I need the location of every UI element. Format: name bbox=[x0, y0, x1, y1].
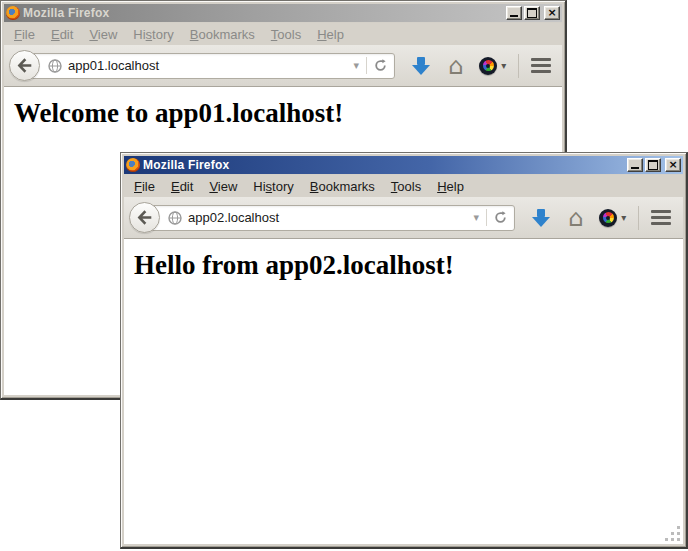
menu-label-part: elp bbox=[447, 179, 464, 194]
firefox-icon bbox=[126, 158, 140, 172]
menu-edit[interactable]: Edit bbox=[163, 176, 201, 197]
reload-button[interactable] bbox=[486, 209, 514, 226]
menu-history[interactable]: History bbox=[245, 176, 301, 197]
back-arrow-icon bbox=[136, 209, 153, 226]
maximize-icon bbox=[648, 160, 658, 170]
menu-label-part: ile bbox=[22, 27, 35, 42]
menu-label-part: dit bbox=[180, 179, 194, 194]
menu-label-part: iew bbox=[98, 27, 118, 42]
menu-label-part: ookmarks bbox=[198, 27, 254, 42]
hamburger-menu-button[interactable] bbox=[529, 54, 553, 77]
firefox-icon bbox=[6, 6, 20, 20]
close-button[interactable]: × bbox=[665, 158, 681, 172]
menu-label-part: ile bbox=[142, 179, 155, 194]
download-button[interactable] bbox=[410, 57, 432, 75]
menu-label-part: ookmarks bbox=[318, 179, 374, 194]
resize-grip[interactable] bbox=[666, 527, 681, 542]
download-arrow-icon bbox=[417, 57, 425, 65]
maximize-button[interactable] bbox=[524, 6, 540, 20]
hamburger-menu-button[interactable] bbox=[649, 206, 673, 229]
hamburger-icon bbox=[531, 58, 551, 61]
menu-file[interactable]: File bbox=[126, 176, 163, 197]
menu-label-part: ools bbox=[277, 27, 301, 42]
browser-window-app02: Mozilla Firefox × File Edit View History… bbox=[120, 152, 688, 549]
download-button[interactable] bbox=[530, 209, 552, 227]
extension-button[interactable]: ▾ bbox=[479, 57, 506, 75]
url-input[interactable] bbox=[188, 210, 466, 225]
window-controls: × bbox=[506, 6, 560, 20]
page-heading: Hello from app02.localhost! bbox=[134, 250, 683, 281]
menu-edit[interactable]: Edit bbox=[43, 24, 81, 45]
menu-bookmarks[interactable]: Bookmarks bbox=[302, 176, 383, 197]
menu-file[interactable]: File bbox=[6, 24, 43, 45]
extension-button[interactable]: ▾ bbox=[599, 209, 626, 227]
home-button[interactable]: ⌂ bbox=[568, 208, 583, 228]
menu-label-part: ools bbox=[397, 179, 421, 194]
color-wheel-icon bbox=[599, 209, 617, 227]
download-arrow-icon bbox=[537, 209, 545, 217]
menu-label-part: Hi bbox=[133, 27, 145, 42]
menu-bar: File Edit View History Bookmarks Tools H… bbox=[4, 23, 562, 45]
close-button[interactable]: × bbox=[544, 6, 560, 20]
menu-label-part: H bbox=[317, 27, 326, 42]
toolbar-separator bbox=[518, 54, 519, 78]
menu-help[interactable]: Help bbox=[429, 176, 472, 197]
menu-label-part: dit bbox=[60, 27, 74, 42]
back-button[interactable] bbox=[129, 202, 160, 233]
toolbar-separator bbox=[638, 206, 639, 230]
url-bar[interactable]: ▾ bbox=[27, 53, 395, 79]
titlebar[interactable]: Mozilla Firefox × bbox=[124, 156, 683, 174]
hamburger-icon bbox=[651, 210, 671, 213]
menu-help[interactable]: Help bbox=[309, 24, 352, 45]
maximize-button[interactable] bbox=[645, 158, 661, 172]
menu-label-part: V bbox=[209, 179, 217, 194]
page-heading: Welcome to app01.localhost! bbox=[14, 98, 562, 129]
close-icon: × bbox=[668, 160, 677, 170]
minimize-button[interactable] bbox=[506, 6, 522, 20]
window-title: Mozilla Firefox bbox=[23, 6, 503, 20]
window-title: Mozilla Firefox bbox=[143, 158, 624, 172]
reload-icon bbox=[494, 211, 507, 224]
color-wheel-icon bbox=[479, 57, 497, 75]
reload-button[interactable] bbox=[366, 57, 394, 74]
url-bar[interactable]: ▾ bbox=[147, 205, 515, 231]
minimize-icon bbox=[510, 15, 518, 17]
menu-tools[interactable]: Tools bbox=[383, 176, 429, 197]
titlebar[interactable]: Mozilla Firefox × bbox=[4, 4, 562, 22]
minimize-icon bbox=[631, 167, 639, 169]
menu-label-part: E bbox=[171, 179, 180, 194]
url-history-dropdown-icon[interactable]: ▾ bbox=[346, 59, 366, 72]
close-icon: × bbox=[547, 8, 556, 18]
menu-bookmarks[interactable]: Bookmarks bbox=[182, 24, 263, 45]
back-button[interactable] bbox=[9, 50, 40, 81]
menu-label-part: elp bbox=[327, 27, 344, 42]
reload-icon bbox=[374, 59, 387, 72]
menu-view[interactable]: View bbox=[201, 176, 245, 197]
navigation-toolbar: ▾ ⌂ ▾ bbox=[124, 197, 683, 239]
menu-label-part: F bbox=[14, 27, 22, 42]
back-arrow-icon bbox=[16, 57, 33, 74]
page-content: Hello from app02.localhost! bbox=[124, 239, 683, 544]
globe-icon bbox=[168, 211, 182, 225]
extension-dropdown-icon: ▾ bbox=[621, 212, 626, 223]
menu-history[interactable]: History bbox=[125, 24, 181, 45]
url-history-dropdown-icon[interactable]: ▾ bbox=[466, 211, 486, 224]
extension-dropdown-icon: ▾ bbox=[501, 60, 506, 71]
menu-view[interactable]: View bbox=[81, 24, 125, 45]
home-button[interactable]: ⌂ bbox=[448, 56, 463, 76]
navigation-toolbar: ▾ ⌂ ▾ bbox=[4, 45, 562, 87]
menu-label-part: F bbox=[134, 179, 142, 194]
menu-tools[interactable]: Tools bbox=[263, 24, 309, 45]
window-controls: × bbox=[627, 158, 681, 172]
url-input[interactable] bbox=[68, 58, 346, 73]
minimize-button[interactable] bbox=[627, 158, 643, 172]
menu-label-part: iew bbox=[218, 179, 238, 194]
menu-label-part: H bbox=[437, 179, 446, 194]
menu-label-part: V bbox=[89, 27, 97, 42]
menu-label-part: Hi bbox=[253, 179, 265, 194]
menu-label-part: tory bbox=[152, 27, 174, 42]
menu-bar: File Edit View History Bookmarks Tools H… bbox=[124, 175, 683, 197]
globe-icon bbox=[48, 59, 62, 73]
menu-label-part: tory bbox=[272, 179, 294, 194]
maximize-icon bbox=[527, 8, 537, 18]
